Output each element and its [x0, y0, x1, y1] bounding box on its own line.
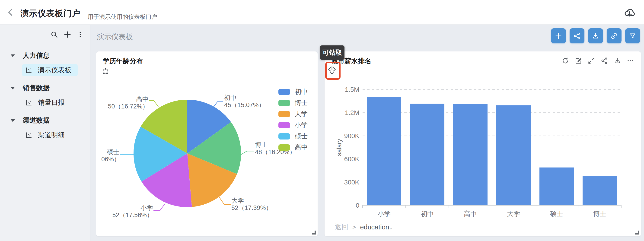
bar-大学[interactable] [496, 105, 531, 205]
x-tick-label: 小学 [378, 210, 390, 217]
y-tick-label: 600K [344, 156, 360, 163]
app: 演示仪表板门户 用于演示使用的仪表板门户 人力信息 演示仪表板 [0, 0, 644, 241]
pie-slice-label-label: 06%） [101, 156, 120, 163]
sidebar-toolbar [50, 30, 84, 39]
bar-硕士[interactable] [540, 168, 574, 205]
plus-icon [554, 32, 562, 40]
legend-label: 小学 [295, 121, 308, 130]
pie-label-leader [219, 197, 231, 204]
tree-group-label: 销售数据 [23, 84, 50, 93]
bar-初中[interactable] [410, 104, 444, 205]
chart-icon [25, 132, 32, 138]
pie-legend: 初中博士大学小学硕士高中 [278, 86, 308, 153]
legend-item[interactable]: 大学 [278, 108, 308, 120]
pie-slice-name-label: 博士 [255, 141, 268, 148]
legend-label: 博士 [295, 98, 308, 107]
x-tick-label: 大学 [507, 210, 520, 217]
portal-title: 演示仪表板门户 [20, 8, 80, 19]
funnel-icon [629, 32, 636, 40]
cloud-download-icon[interactable] [624, 6, 636, 18]
legend-label: 初中 [295, 87, 308, 96]
link-icon [610, 32, 618, 40]
pie-slice-label-label: 52（17.39%） [231, 204, 272, 212]
y-tick-label: 0 [356, 202, 359, 209]
drill-tooltip: 可钻取 [320, 46, 344, 60]
pie-slice-name-label: 大学 [231, 197, 244, 204]
y-tick-label: 300K [344, 179, 360, 186]
breadcrumb-separator: > [352, 224, 356, 231]
resize-handle[interactable] [312, 230, 316, 234]
bar-chart-card: 可钻取 城市薪水排名 1.5M1.2M900K600K300K0salary小学… [324, 52, 641, 236]
x-tick-label: 博士 [593, 210, 606, 217]
x-tick-label: 初中 [421, 210, 434, 217]
y-tick-label: 1.5M [345, 86, 359, 93]
pie-slice-label-label: 50（16.72%） [79, 103, 148, 110]
share-icon [573, 32, 581, 40]
pie-slice-name-label: 高中 [79, 96, 148, 103]
caret-down-icon [11, 119, 15, 122]
sidebar: 人力信息 演示仪表板 销售数据 销量日报 渠道数据 渠道明细 [0, 25, 90, 241]
tree-item-demo-dashboard[interactable]: 演示仪表板 [22, 64, 78, 76]
tree-item-channel-detail[interactable]: 渠道明细 [22, 129, 78, 141]
legend-item[interactable]: 小学 [278, 120, 308, 131]
download-icon [592, 32, 599, 40]
annotation-highlight-box [325, 62, 340, 80]
x-tick-label: 高中 [464, 210, 477, 217]
sidebar-divider [0, 46, 90, 46]
sort-arrow-icon: ↓ [389, 224, 393, 231]
drill-field-label: education [360, 224, 389, 231]
back-icon[interactable] [6, 8, 15, 17]
caret-down-icon [11, 54, 15, 57]
legend-color-chip [278, 89, 290, 95]
legend-label: 高中 [295, 143, 308, 152]
drill-current-field[interactable]: education↓ [360, 224, 392, 231]
chart-icon [25, 100, 32, 106]
legend-label: 硕士 [295, 132, 308, 141]
tree-group-channel[interactable]: 渠道数据 [0, 113, 90, 128]
legend-color-chip [278, 111, 290, 117]
tree-item-label: 演示仪表板 [38, 66, 72, 75]
share-button[interactable] [570, 28, 584, 43]
legend-item[interactable]: 高中 [278, 142, 308, 153]
filter-button[interactable] [625, 28, 640, 43]
pie-slice-name-label: 初中 [224, 94, 237, 102]
pie-slice-name-label: 小学 [84, 204, 153, 212]
bar-高中[interactable] [453, 104, 488, 205]
export-button[interactable] [588, 28, 603, 43]
link-button[interactable] [607, 28, 622, 43]
drill-breadcrumb: 返回 > education↓ [335, 222, 392, 232]
add-icon[interactable] [63, 30, 72, 39]
bar-博士[interactable] [582, 176, 617, 205]
y-tick-label: 900K [344, 132, 360, 140]
drill-back-link[interactable]: 返回 [335, 222, 348, 232]
top-header: 演示仪表板门户 用于演示使用的仪表板门户 [0, 0, 644, 24]
bar-小学[interactable] [367, 97, 401, 205]
pie-label-leader [241, 151, 254, 155]
legend-item[interactable]: 博士 [278, 97, 308, 108]
search-icon[interactable] [50, 30, 58, 38]
tree-item-sales-daily[interactable]: 销量日报 [22, 97, 78, 109]
pie-label-leader [154, 204, 165, 210]
legend-item[interactable]: 初中 [278, 86, 308, 97]
tree-group-hr[interactable]: 人力信息 [0, 48, 90, 63]
resize-handle[interactable] [635, 230, 639, 234]
legend-label: 大学 [295, 110, 308, 118]
dashboard-title: 演示仪表板 [97, 32, 133, 42]
bar-chart: 1.5M1.2M900K600K300K0salary小学初中高中大学硕士博士 [324, 52, 641, 220]
y-tick-label: 1.2M [345, 109, 359, 116]
caret-down-icon [11, 87, 15, 90]
tree-item-label: 销量日报 [38, 98, 65, 107]
legend-item[interactable]: 硕士 [278, 131, 308, 142]
more-vertical-icon[interactable] [77, 31, 84, 38]
y-axis-title: salary [336, 139, 343, 156]
tree-group-sales[interactable]: 销售数据 [0, 80, 90, 96]
legend-color-chip [278, 133, 290, 140]
tree-group-label: 渠道数据 [23, 116, 50, 125]
pie-slice-label-label: 45（15.07%） [224, 102, 265, 109]
pie-chart-card: 学历年龄分布 初中45（15.07%）博士48（16.20%）大学52（17.3… [96, 52, 318, 236]
legend-color-chip [278, 122, 290, 128]
add-view-button[interactable] [551, 28, 566, 43]
dashboard-tree: 人力信息 演示仪表板 销售数据 销量日报 渠道数据 渠道明细 [0, 48, 90, 142]
chart-icon [25, 67, 32, 74]
pie-slice-name-label: 硕士 [50, 148, 120, 156]
